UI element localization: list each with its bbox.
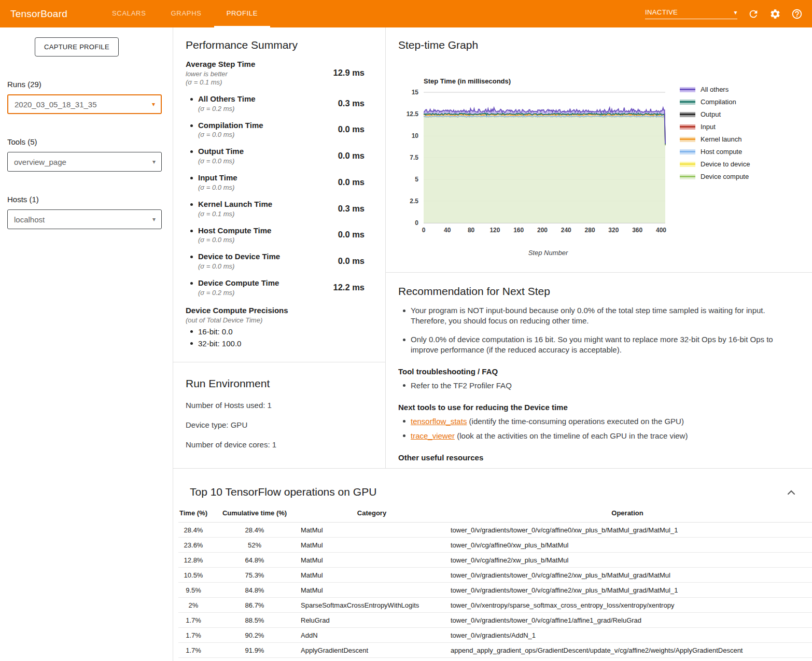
table-cell: 10.5% <box>178 568 208 583</box>
metric-list: All Others Time(σ = 0.2 ms)0.3 msCompila… <box>186 94 365 297</box>
bullet <box>403 384 405 387</box>
bullet <box>403 434 405 437</box>
legend-swatch <box>680 137 695 142</box>
tensorboard-logo[interactable]: TensorBoard <box>10 8 67 20</box>
env-line: Number of device cores: 1 <box>186 440 365 449</box>
table-cell: 90.2% <box>208 628 301 643</box>
table-header-row: Time (%)Cumulative time (%)CategoryOpera… <box>178 507 812 523</box>
svg-text:400: 400 <box>656 227 666 234</box>
next-tool-item: tensorflow_stats (identify the time-cons… <box>398 416 791 427</box>
table-cell: 86.7% <box>208 598 301 613</box>
table-cell: 1.7% <box>178 628 208 643</box>
bullet <box>403 339 405 341</box>
caret-down-icon: ▾ <box>152 216 156 222</box>
table-cell: tower_0/v/cg/affine2/xw_plus_b/MatMul <box>443 553 812 568</box>
tool-desc: (identify the time-consuming operations … <box>467 417 684 426</box>
metric-value: 0.3 ms <box>338 204 365 214</box>
tab-scalars[interactable]: SCALARS <box>100 0 159 27</box>
refresh-icon[interactable] <box>748 8 759 20</box>
divider <box>173 362 385 362</box>
table-cell: 52% <box>208 538 301 553</box>
table-row: 10.5%75.3%MatMultower_0/v/gradients/towe… <box>178 568 812 583</box>
caret-down-icon: ▾ <box>734 9 737 16</box>
tool-link[interactable]: trace_viewer <box>411 431 455 440</box>
caret-down-icon: ▾ <box>152 159 156 165</box>
tools-select[interactable]: overview_page ▾ <box>7 152 162 172</box>
next-tools-list: tensorflow_stats (identify the time-cons… <box>398 416 791 441</box>
metric-row: Device to Device Time(σ = 0.0 ms)0.0 ms <box>186 252 365 270</box>
chevron-up-icon[interactable] <box>787 489 795 495</box>
column-header: Operation <box>443 507 812 523</box>
hosts-select[interactable]: localhost ▾ <box>7 209 162 229</box>
env-line: Number of Hosts used: 1 <box>186 401 365 410</box>
metric-row: All Others Time(σ = 0.2 ms)0.3 ms <box>186 94 365 112</box>
table-cell: AddN <box>301 628 443 643</box>
tab-profile[interactable]: PROFILE <box>214 0 271 27</box>
gear-icon[interactable] <box>769 8 781 20</box>
metric-value: 12.2 ms <box>333 283 365 292</box>
recommendation-panel: Recommendation for Next Step Your progra… <box>386 272 812 469</box>
precisions-note: (out of Total Device Time) <box>186 316 365 324</box>
top-app-bar: TensorBoard SCALARSGRAPHSPROFILE INACTIV… <box>0 0 812 27</box>
legend-item: Device to device <box>680 160 750 168</box>
metric-value: 0.0 ms <box>338 256 365 266</box>
run-environment-lines: Number of Hosts used: 1Device type: GPUN… <box>186 401 365 449</box>
legend-label: Compilation <box>701 98 736 106</box>
svg-text:320: 320 <box>608 227 619 234</box>
metric-sigma: (σ = 0.1 ms) <box>186 78 255 86</box>
chart-title: Step Time (in milliseconds) <box>424 77 673 85</box>
svg-text:80: 80 <box>468 227 475 234</box>
recommendation-text: Your program is NOT input-bound because … <box>411 305 791 327</box>
tool-desc: (look at the activities on the timeline … <box>455 431 688 440</box>
table-cell: ApplyGradientDescent <box>301 643 443 658</box>
metric-note: lower is better <box>186 70 255 78</box>
table-row: 28.4%28.4%MatMultower_0/v/gradients/towe… <box>178 523 812 538</box>
bullet <box>190 330 193 333</box>
capture-profile-button[interactable]: CAPTURE PROFILE <box>35 37 119 57</box>
bullet <box>190 256 193 258</box>
precision-text: 16-bit: 0.0 <box>198 327 233 336</box>
caret-down-icon: ▾ <box>152 101 155 107</box>
svg-text:7.5: 7.5 <box>410 154 418 161</box>
column-header: Cumulative time (%) <box>208 507 301 523</box>
legend-item: Compilation <box>680 98 750 106</box>
metric-label: Device Compute Time <box>198 278 279 288</box>
precision-item: 16-bit: 0.0 <box>186 327 365 336</box>
table-row: 2%86.7%SparseSoftmaxCrossEntropyWithLogi… <box>178 598 812 613</box>
average-step-time-row: Average Step Time lower is better (σ = 0… <box>186 60 365 86</box>
faq-heading: Tool troubleshooting / FAQ <box>398 367 791 376</box>
legend-label: Kernel launch <box>701 135 742 143</box>
recommendation-text: Only 0.0% of device computation is 16 bi… <box>411 334 791 356</box>
runs-select[interactable]: 2020_03_05_18_31_35 ▾ <box>7 94 162 114</box>
metric-sigma: (σ = 0.0 ms) <box>198 236 271 244</box>
tab-graphs[interactable]: GRAPHS <box>159 0 214 27</box>
tools-select-value: overview_page <box>14 158 66 166</box>
table-cell: 1.7% <box>178 613 208 628</box>
metric-value: 0.3 ms <box>338 99 365 108</box>
performance-summary-panel: Performance Summary Average Step Time lo… <box>173 27 386 468</box>
table-cell: tower_0/v/gradients/tower_0/v/cg/affine1… <box>443 613 812 628</box>
help-icon[interactable] <box>791 8 803 20</box>
table-cell: tower_0/v/gradients/tower_0/v/cg/affine0… <box>443 523 812 538</box>
metric-label: Kernel Launch Time <box>198 200 272 209</box>
table-cell: 12.8% <box>178 553 208 568</box>
metric-sigma: (σ = 0.2 ms) <box>198 289 279 297</box>
table-cell: 84.8% <box>208 583 301 598</box>
refresh-mode-select[interactable]: INACTIVE ▾ <box>645 8 737 19</box>
svg-text:15: 15 <box>412 89 419 96</box>
top-ops-title: Top 10 TensorFlow operations on GPU <box>190 486 376 498</box>
table-cell: append_apply_gradient_ops/GradientDescen… <box>443 643 812 658</box>
table-cell: tower_0/v/xentropy/sparse_softmax_cross_… <box>443 598 812 613</box>
table-row: 1.7%90.2%AddNtower_0/v/gradients/AddN_1 <box>178 628 812 643</box>
metric-sigma: (σ = 0.1 ms) <box>198 210 272 218</box>
chart-legend: All othersCompilationOutputInputKernel l… <box>680 77 750 257</box>
legend-swatch <box>680 174 695 179</box>
tool-link[interactable]: tensorflow_stats <box>411 417 467 426</box>
recommendation-bullet: Your program is NOT input-bound because … <box>398 305 791 327</box>
env-line: Device type: GPU <box>186 420 365 429</box>
legend-label: Device compute <box>701 173 749 180</box>
legend-item: Host compute <box>680 148 750 156</box>
legend-swatch <box>680 162 695 167</box>
table-cell: MatMul <box>301 538 443 553</box>
metric-value: 12.9 ms <box>333 68 365 78</box>
